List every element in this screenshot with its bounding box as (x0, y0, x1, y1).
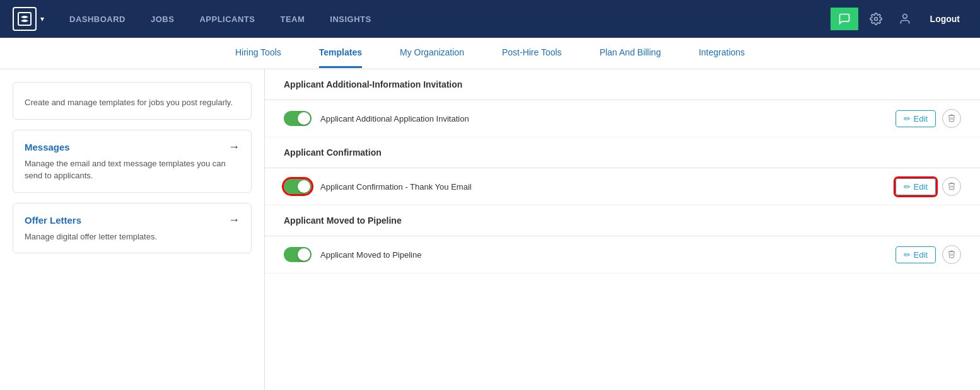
edit-button-aai[interactable]: ✏ Edit (895, 110, 936, 127)
sidebar-offer-letters-title[interactable]: Offer Letters → (25, 214, 240, 227)
delete-button-ac[interactable] (942, 177, 961, 196)
svg-rect-0 (18, 13, 31, 25)
svg-point-1 (874, 18, 877, 21)
trash-icon-ap (947, 249, 956, 260)
sidebar-offer-letters-desc: Manage digital offer letter templates. (25, 231, 240, 243)
delete-button-aai[interactable] (942, 109, 961, 128)
nav-team[interactable]: TEAM (280, 14, 305, 24)
edit-button-ac[interactable]: ✏ Edit (895, 178, 936, 195)
sidebar-offer-letters-label: Offer Letters (25, 215, 81, 226)
tab-plan-billing[interactable]: Plan And Billing (600, 38, 661, 68)
sidebar-messages-desc: Manage the email and text message templa… (25, 158, 240, 182)
tab-integrations[interactable]: Integrations (699, 38, 745, 68)
edit-label-ap: Edit (914, 250, 928, 260)
tab-post-hire-tools[interactable]: Post-Hire Tools (502, 38, 562, 68)
trash-icon-aai (947, 113, 956, 124)
sidebar-messages-arrow-icon: → (228, 141, 240, 154)
toggle-aai[interactable] (284, 111, 312, 126)
sidebar-card-offer-letters[interactable]: Offer Letters → Manage digital offer let… (13, 203, 252, 254)
template-name-aai: Applicant Additional Application Invitat… (320, 114, 895, 123)
template-name-ap: Applicant Moved to Pipeline (320, 250, 895, 260)
pencil-icon: ✏ (904, 114, 911, 123)
tab-hiring-tools[interactable]: Hiring Tools (235, 38, 281, 68)
tab-templates[interactable]: Templates (319, 38, 362, 68)
edit-button-ap[interactable]: ✏ Edit (895, 246, 936, 263)
sidebar-card-jobs: Create and manage templates for jobs you… (13, 82, 252, 120)
toggle-track-ac[interactable] (284, 179, 312, 194)
section-header-ap: Applicant Moved to Pipeline (265, 205, 980, 236)
section-header-ac: Applicant Confirmation (265, 137, 980, 168)
nav-links: DASHBOARD JOBS APPLICANTS TEAM INSIGHTS (69, 14, 831, 24)
table-row: Applicant Additional Application Invitat… (265, 100, 980, 137)
pencil-icon-ap: ✏ (904, 250, 911, 260)
nav-applicants[interactable]: APPLICANTS (199, 14, 255, 24)
top-nav: ▾ DASHBOARD JOBS APPLICANTS TEAM INSIGHT… (0, 0, 980, 38)
sidebar-card-jobs-desc: Create and manage templates for jobs you… (25, 96, 240, 109)
sidebar: Create and manage templates for jobs you… (0, 69, 265, 390)
user-profile-button[interactable] (894, 8, 916, 30)
svg-point-2 (902, 14, 907, 19)
sub-nav: Hiring Tools Templates My Organization P… (0, 38, 980, 69)
pencil-icon-ac: ✏ (904, 182, 911, 192)
sidebar-messages-label: Messages (25, 142, 70, 152)
logo-icon (13, 7, 37, 31)
tab-my-organization[interactable]: My Organization (400, 38, 464, 68)
toggle-ac[interactable] (284, 179, 312, 194)
nav-right-icons: Logout (831, 8, 967, 30)
table-row: Applicant Confirmation - Thank You Email… (265, 168, 980, 205)
sidebar-offer-letters-arrow-icon: → (228, 214, 240, 227)
delete-button-ap[interactable] (942, 245, 961, 264)
main-container: Create and manage templates for jobs you… (0, 69, 980, 390)
toggle-thumb-ac (298, 180, 310, 193)
nav-jobs[interactable]: JOBS (151, 14, 174, 24)
toggle-thumb-ap (298, 248, 310, 261)
settings-button[interactable] (865, 8, 887, 30)
nav-insights[interactable]: INSIGHTS (330, 14, 371, 24)
toggle-track-ap[interactable] (284, 247, 312, 262)
section-header-aai: Applicant Additional-Information Invitat… (265, 69, 980, 100)
sidebar-card-messages[interactable]: Messages → Manage the email and text mes… (13, 130, 252, 193)
toggle-thumb-aai (298, 112, 310, 125)
logo-area[interactable]: ▾ (13, 7, 44, 31)
table-row: Applicant Moved to Pipeline ✏ Edit (265, 236, 980, 273)
template-name-ac: Applicant Confirmation - Thank You Email (320, 182, 895, 192)
logo-chevron-icon: ▾ (40, 14, 44, 23)
trash-icon-ac (947, 181, 956, 192)
edit-label-ac: Edit (914, 182, 928, 192)
notifications-button[interactable] (831, 8, 858, 30)
sidebar-messages-title[interactable]: Messages → (25, 141, 240, 154)
content-area: Applicant Additional-Information Invitat… (265, 69, 980, 390)
toggle-ap[interactable] (284, 247, 312, 262)
edit-label-aai: Edit (914, 114, 928, 123)
toggle-track-aai[interactable] (284, 111, 312, 126)
nav-dashboard[interactable]: DASHBOARD (69, 14, 125, 24)
logout-button[interactable]: Logout (923, 9, 967, 29)
